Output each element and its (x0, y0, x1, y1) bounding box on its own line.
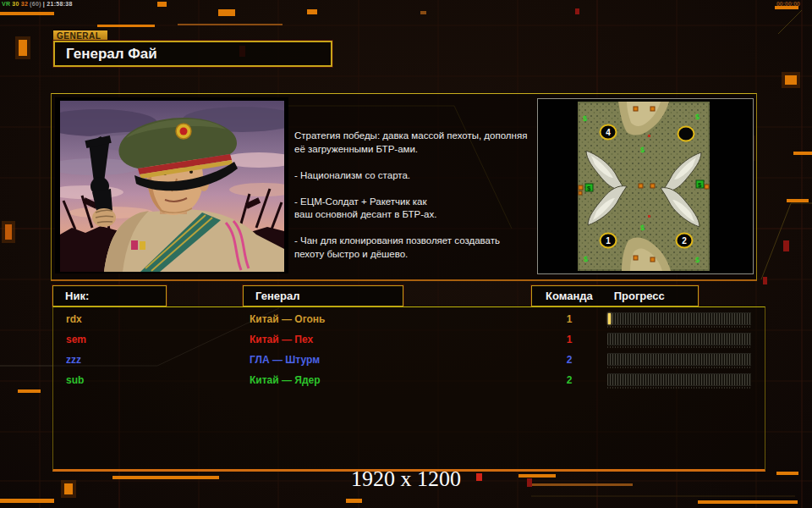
svg-text:4: 4 (606, 128, 611, 137)
player-general: Китай — Огонь (250, 313, 325, 325)
progress-bar (607, 312, 751, 325)
player-row: zzz ГЛА — Штурм 2 (53, 351, 765, 371)
player-row: sem Китай — Пех 1 (53, 330, 765, 351)
progress-column-label: Прогресс (614, 290, 665, 302)
player-nick: rdx (66, 313, 82, 325)
player-general: ГЛА — Штурм (250, 354, 320, 366)
column-header-team-progress: Команда Прогресс (531, 285, 699, 306)
player-team: 1 (557, 334, 581, 345)
debug-prefix: VR (2, 1, 10, 7)
player-general: Китай — Ядер (250, 374, 321, 386)
progress-bar-ticks (607, 367, 751, 368)
player-row: sub Китай — Ядер 2 (53, 371, 765, 391)
page-title: Генерал Фай (66, 46, 157, 63)
player-nick: sub (66, 374, 84, 386)
resolution-label: 1920 x 1200 (0, 467, 812, 492)
player-team: 1 (557, 313, 581, 325)
column-header-nick: Ник: (52, 285, 167, 306)
supply-icon: $ (587, 185, 591, 192)
progress-bar (607, 333, 751, 345)
progress-bar (607, 373, 751, 386)
match-timer: 00:00:00 (776, 1, 800, 7)
supply-icon: $ (698, 181, 702, 189)
debug-stats: VR3032(60)| 21:58:38 (2, 1, 74, 7)
svg-text:1: 1 (606, 236, 611, 246)
progress-bar-ticks (607, 387, 751, 389)
player-nick: sem (66, 334, 86, 345)
player-nick: zzz (66, 354, 81, 366)
progress-bar-ticks (607, 326, 751, 328)
progress-marker (608, 313, 611, 324)
supply-icon: $ (640, 146, 645, 154)
general-column-label: Генерал (255, 290, 299, 302)
progress-bar-ticks (607, 346, 751, 348)
nick-column-label: Ник: (65, 290, 89, 302)
supply-icon: $ (695, 256, 700, 264)
player-general: Китай — Пех (250, 334, 313, 345)
general-portrait (60, 101, 284, 272)
debug-render: 32 (21, 1, 28, 7)
debug-fps: 30 (12, 1, 19, 7)
minimap-panel: $ $ $ $ $ $ $ $ 4 (537, 98, 754, 274)
supply-icon: $ (584, 255, 588, 263)
start-marker-empty (678, 127, 694, 141)
supply-icon: $ (695, 113, 700, 121)
progress-bar (607, 353, 751, 366)
general-portrait-frame (55, 97, 288, 273)
supply-icon: $ (640, 224, 645, 232)
title-box: Генерал Фай (53, 41, 332, 67)
start-marker-1: 1 (601, 234, 617, 248)
player-team: 2 (557, 354, 581, 366)
debug-vsync: (60) (30, 1, 41, 7)
loading-screen: VR3032(60)| 21:58:38 00:00:00 GENERAL Ге… (0, 0, 812, 508)
briefing-panel: Стратегия победы: давка массой пехоты, д… (51, 93, 757, 281)
player-row: rdx Китай — Огонь 1 (53, 310, 765, 330)
team-column-label: Команда (546, 290, 593, 302)
player-table: rdx Китай — Огонь 1 sem Китай — Пех 1 zz… (52, 306, 765, 472)
supply-icon: $ (583, 114, 587, 123)
player-team: 2 (557, 374, 581, 386)
svg-text:2: 2 (682, 236, 687, 246)
debug-clock: | 21:58:38 (43, 1, 73, 7)
column-header-general: Генерал (243, 285, 403, 306)
start-marker-4: 4 (601, 125, 617, 140)
start-marker-2: 2 (677, 234, 693, 248)
strategy-text: Стратегия победы: давка массой пехоты, д… (294, 130, 548, 261)
minimap: $ $ $ $ $ $ $ $ 4 (578, 102, 710, 271)
